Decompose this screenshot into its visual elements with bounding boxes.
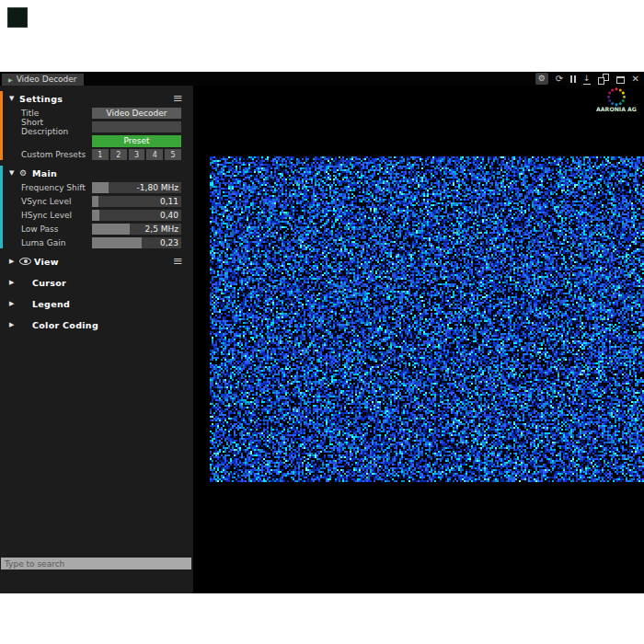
hsync-level-label: HSync Level (21, 211, 92, 220)
main-section: ▼ ⚙ Main Frequency Shift -1,80 MHz VSync… (0, 166, 193, 248)
download-icon[interactable]: ↓ (583, 74, 591, 85)
window-tab-video-decoder[interactable]: ▶ Video Decoder (2, 74, 84, 86)
settings-section-header[interactable]: ▼ Settings ≡ (3, 91, 193, 106)
preset-button[interactable]: Preset (92, 135, 181, 147)
maximize-icon[interactable] (616, 75, 625, 84)
cursor-section-title: Cursor (32, 278, 66, 288)
aaronia-logo-dots: AARONIA AG (590, 87, 643, 113)
vsync-level-slider[interactable]: 0,11 (92, 196, 181, 207)
sidebar: ▼ Settings ≡ Title Short Description Pre… (0, 86, 193, 593)
color-coding-section: ▶ Color Coding (0, 317, 193, 332)
luma-gain-value: 0,23 (160, 237, 178, 248)
close-icon[interactable]: ✕ (632, 73, 639, 85)
window-tab-label: Video Decoder (17, 75, 77, 84)
frequency-shift-label: Frequency Shift (21, 183, 92, 192)
aaronia-logo-text: AARONIA AG (596, 106, 637, 112)
low-pass-row: Low Pass 2,5 MHz (3, 224, 181, 235)
view-section: ▶ View ≡ (0, 254, 193, 269)
custom-preset-5[interactable]: 5 (165, 149, 181, 160)
frequency-shift-slider[interactable]: -1,80 MHz (92, 182, 181, 193)
video-decoder-window: ▶ Video Decoder ⚙ ⟳ ↓ ✕ ▼ Settings ≡ Tit (0, 72, 644, 593)
settings-gear-icon[interactable]: ⚙ (535, 73, 548, 85)
cursor-collapse-icon[interactable]: ▶ (9, 279, 19, 286)
view-section-title: View (34, 257, 59, 267)
title-label: Title (21, 109, 92, 118)
low-pass-value: 2,5 MHz (145, 224, 178, 235)
settings-section-title: Settings (19, 94, 63, 104)
eye-icon (19, 258, 31, 265)
color-coding-collapse-icon[interactable]: ▶ (9, 321, 19, 328)
legend-section: ▶ Legend (0, 296, 193, 311)
custom-preset-3[interactable]: 3 (129, 149, 145, 160)
luma-gain-label: Luma Gain (21, 238, 92, 247)
main-gear-icon: ⚙ (19, 168, 32, 178)
desktop-shortcut-icon[interactable] (7, 7, 28, 28)
hsync-level-row: HSync Level 0,40 (3, 210, 181, 221)
titlebar-actions: ⚙ ⟳ ↓ ✕ (535, 72, 639, 86)
low-pass-slider[interactable]: 2,5 MHz (92, 224, 181, 235)
custom-presets-label: Custom Presets (21, 150, 92, 159)
slider-handle[interactable] (92, 196, 98, 207)
short-description-input[interactable] (92, 121, 181, 132)
refresh-icon[interactable]: ⟳ (556, 73, 563, 85)
short-description-row: Short Description (3, 121, 181, 132)
settings-section: ▼ Settings ≡ Title Short Description Pre… (0, 91, 193, 160)
frequency-shift-value: -1,80 MHz (137, 182, 178, 193)
settings-menu-icon[interactable]: ≡ (173, 92, 183, 105)
hsync-level-slider[interactable]: 0,40 (92, 210, 181, 221)
legend-collapse-icon[interactable]: ▶ (9, 300, 19, 307)
slider-handle[interactable] (92, 182, 109, 193)
title-input[interactable] (92, 108, 181, 119)
main-section-title: Main (32, 168, 57, 178)
video-display-area: AARONIA AG (193, 86, 644, 593)
view-section-header[interactable]: ▶ View ≡ (3, 254, 193, 269)
low-pass-label: Low Pass (21, 224, 92, 234)
legend-section-header[interactable]: ▶ Legend (3, 296, 193, 311)
main-collapse-icon[interactable]: ▼ (9, 169, 19, 177)
search-input[interactable] (1, 558, 191, 569)
custom-preset-buttons: 1 2 3 4 5 (92, 149, 181, 160)
custom-presets-row: Custom Presets 1 2 3 4 5 (3, 149, 181, 160)
color-coding-section-title: Color Coding (32, 320, 98, 330)
slider-handle[interactable] (92, 210, 99, 221)
cursor-section-header[interactable]: ▶ Cursor (3, 275, 193, 290)
slider-handle[interactable] (92, 224, 130, 235)
aaronia-logo: AARONIA AG (590, 87, 643, 113)
video-static-canvas (210, 156, 644, 482)
slider-handle[interactable] (92, 237, 142, 248)
main-section-header[interactable]: ▼ ⚙ Main (3, 166, 193, 180)
view-collapse-icon[interactable]: ▶ (9, 258, 19, 265)
preset-row: Preset (3, 135, 181, 146)
vsync-level-row: VSync Level 0,11 (3, 196, 181, 207)
pause-icon[interactable] (570, 73, 576, 85)
legend-section-title: Legend (32, 299, 70, 309)
settings-collapse-icon[interactable]: ▼ (9, 95, 19, 102)
custom-preset-4[interactable]: 4 (146, 149, 163, 160)
cursor-section: ▶ Cursor (0, 275, 193, 290)
color-coding-section-header[interactable]: ▶ Color Coding (3, 317, 193, 332)
vsync-level-value: 0,11 (160, 196, 178, 207)
frequency-shift-row: Frequency Shift -1,80 MHz (3, 182, 181, 193)
short-description-label: Short Description (21, 118, 92, 136)
play-icon: ▶ (8, 74, 13, 86)
copy-icon[interactable] (598, 74, 609, 85)
luma-gain-row: Luma Gain 0,23 (3, 237, 181, 248)
luma-gain-slider[interactable]: 0,23 (92, 237, 181, 248)
custom-preset-2[interactable]: 2 (110, 149, 127, 160)
vsync-level-label: VSync Level (21, 197, 92, 206)
view-menu-icon[interactable]: ≡ (173, 255, 183, 268)
hsync-level-value: 0,40 (160, 210, 178, 221)
titlebar: ▶ Video Decoder ⚙ ⟳ ↓ ✕ (0, 72, 644, 86)
custom-preset-1[interactable]: 1 (92, 149, 109, 160)
